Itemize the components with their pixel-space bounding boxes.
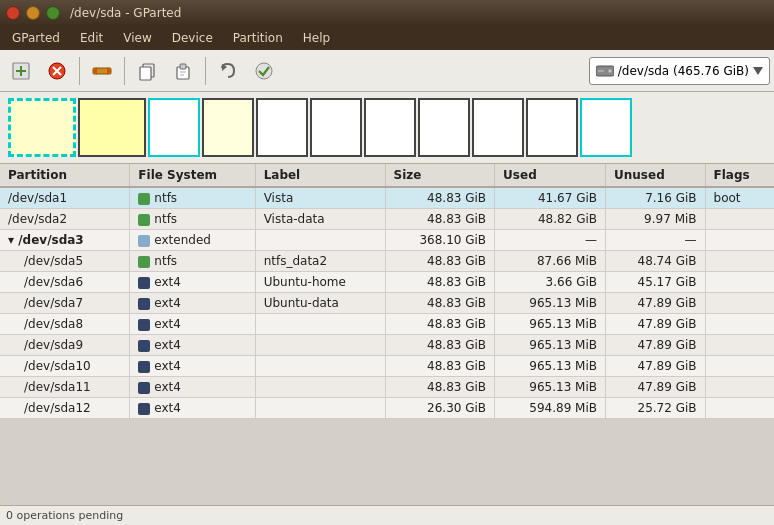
close-button[interactable] [6,6,20,20]
cell-flags [705,335,774,356]
partition-block-sda8[interactable] [364,98,416,157]
table-row[interactable]: /dev/sda1ntfsVista48.83 GiB41.67 GiB7.16… [0,187,774,209]
fs-icon [138,319,150,331]
col-filesystem: File System [130,164,255,187]
cell-partition: /dev/sda11 [0,377,130,398]
cell-used: — [495,230,606,251]
window-title: /dev/sda - GParted [70,6,181,20]
cell-label [255,230,385,251]
statusbar: 0 operations pending [0,505,774,525]
table-row[interactable]: /dev/sda5ntfsntfs_data248.83 GiB87.66 Mi… [0,251,774,272]
cell-filesystem: ntfs [130,209,255,230]
cell-used: 965.13 MiB [495,377,606,398]
cell-label: Ubuntu-home [255,272,385,293]
fs-icon [138,235,150,247]
cell-flags [705,398,774,419]
partition-block-sda5[interactable] [202,98,254,157]
table-row[interactable]: /dev/sda10ext448.83 GiB965.13 MiB47.89 G… [0,356,774,377]
apply-button[interactable] [247,54,281,88]
cell-flags [705,230,774,251]
cell-flags: boot [705,187,774,209]
cell-filesystem: ext4 [130,398,255,419]
cell-partition: /dev/sda7 [0,293,130,314]
paste-button[interactable] [166,54,200,88]
cell-partition: /dev/sda2 [0,209,130,230]
partition-block-sda1[interactable] [8,98,76,157]
menu-edit[interactable]: Edit [70,29,113,47]
svg-rect-12 [180,64,186,69]
cell-flags [705,209,774,230]
undo-button[interactable] [211,54,245,88]
cell-filesystem: ext4 [130,335,255,356]
cell-size: 368.10 GiB [385,230,495,251]
cell-unused: 47.89 GiB [606,377,706,398]
chevron-down-icon [753,67,763,75]
delete-button[interactable] [40,54,74,88]
toolbar-separator-3 [205,57,206,85]
fs-icon [138,361,150,373]
fs-icon [138,340,150,352]
table-row[interactable]: /dev/sda8ext448.83 GiB965.13 MiB47.89 Gi… [0,314,774,335]
cell-filesystem: ext4 [130,314,255,335]
cell-unused: 47.89 GiB [606,314,706,335]
partition-block-sda7[interactable] [310,98,362,157]
cell-used: 965.13 MiB [495,356,606,377]
cell-unused: 45.17 GiB [606,272,706,293]
cell-size: 48.83 GiB [385,335,495,356]
cell-flags [705,314,774,335]
minimize-button[interactable] [26,6,40,20]
col-size: Size [385,164,495,187]
table-row[interactable]: /dev/sda6ext4Ubuntu-home48.83 GiB3.66 Gi… [0,272,774,293]
table-row[interactable]: /dev/sda2ntfsVista-data48.83 GiB48.82 Gi… [0,209,774,230]
status-text: 0 operations pending [6,509,123,522]
col-used: Used [495,164,606,187]
cell-unused: 48.74 GiB [606,251,706,272]
partition-strip [0,92,774,164]
cell-size: 48.83 GiB [385,293,495,314]
new-button[interactable] [4,54,38,88]
partition-block-sda2[interactable] [78,98,146,157]
col-unused: Unused [606,164,706,187]
col-label: Label [255,164,385,187]
cell-flags [705,251,774,272]
cell-size: 48.83 GiB [385,314,495,335]
partition-block-sda3-extended[interactable] [148,98,200,157]
partition-block-sda11[interactable] [526,98,578,157]
copy-button[interactable] [130,54,164,88]
table-row[interactable]: ▾ /dev/sda3extended368.10 GiB—— [0,230,774,251]
cell-label [255,356,385,377]
table-row[interactable]: /dev/sda12ext426.30 GiB594.89 MiB25.72 G… [0,398,774,419]
svg-point-16 [256,63,272,79]
device-selector[interactable]: /dev/sda (465.76 GiB) [589,57,770,85]
cell-used: 965.13 MiB [495,314,606,335]
menu-gparted[interactable]: GParted [2,29,70,47]
partition-block-sda9[interactable] [418,98,470,157]
cell-flags [705,293,774,314]
cell-size: 48.83 GiB [385,356,495,377]
menu-partition[interactable]: Partition [223,29,293,47]
maximize-button[interactable] [46,6,60,20]
cell-partition: ▾ /dev/sda3 [0,230,130,251]
table-row[interactable]: /dev/sda11ext448.83 GiB965.13 MiB47.89 G… [0,377,774,398]
table-row[interactable]: /dev/sda7ext4Ubuntu-data48.83 GiB965.13 … [0,293,774,314]
cell-label: Ubuntu-data [255,293,385,314]
menu-help[interactable]: Help [293,29,340,47]
toolbar: /dev/sda (465.76 GiB) [0,50,774,92]
partition-block-sda10[interactable] [472,98,524,157]
menu-view[interactable]: View [113,29,161,47]
table-row[interactable]: /dev/sda9ext448.83 GiB965.13 MiB47.89 Gi… [0,335,774,356]
svg-point-18 [608,69,612,73]
cell-label: Vista-data [255,209,385,230]
cell-label: ntfs_data2 [255,251,385,272]
fs-icon [138,298,150,310]
resize-button[interactable] [85,54,119,88]
menu-device[interactable]: Device [162,29,223,47]
partition-block-sda6[interactable] [256,98,308,157]
cell-used: 48.82 GiB [495,209,606,230]
partition-block-sda12[interactable] [580,98,632,157]
table-body: /dev/sda1ntfsVista48.83 GiB41.67 GiB7.16… [0,187,774,419]
cell-used: 965.13 MiB [495,293,606,314]
cell-filesystem: ext4 [130,272,255,293]
cell-flags [705,356,774,377]
cell-flags [705,272,774,293]
